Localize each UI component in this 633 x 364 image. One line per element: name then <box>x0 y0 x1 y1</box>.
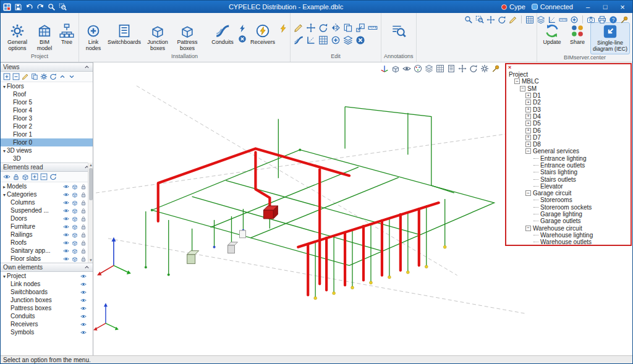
maximize-button[interactable] <box>597 1 614 13</box>
category-row-railings[interactable]: Railings <box>1 231 93 239</box>
eye-icon[interactable] <box>63 200 69 206</box>
eye-icon[interactable] <box>63 256 69 262</box>
lock-icon[interactable] <box>80 192 87 198</box>
eye-icon[interactable] <box>63 224 69 230</box>
close-panel-icon[interactable] <box>508 64 511 70</box>
lock-icon[interactable] <box>80 256 87 262</box>
mirror-icon[interactable] <box>331 23 341 33</box>
tree-leaf-warehouse-outlets[interactable]: Warehouse outlets <box>506 239 631 245</box>
single-line-diagram-button[interactable]: Single-line diagram (IEC) <box>590 22 630 54</box>
junction-boxes-button[interactable]: Junction boxes <box>143 22 172 53</box>
cube-icon[interactable] <box>72 248 78 254</box>
views-panel-header[interactable]: Views <box>1 62 93 72</box>
isometric-view-icon[interactable] <box>391 64 400 73</box>
tree-node-d1[interactable]: D1 <box>506 92 631 99</box>
own-row-receivers[interactable]: Receivers <box>1 320 93 328</box>
bimserver-connection[interactable]: Connected <box>532 3 573 11</box>
collapse-panel-icon[interactable] <box>83 64 90 70</box>
pin-icon[interactable] <box>620 15 629 24</box>
own-row-switchboards[interactable]: Switchboards <box>1 288 93 296</box>
own-elements-header[interactable]: Own elements <box>1 263 93 272</box>
floor-row-1[interactable]: Floor 1 <box>1 130 93 138</box>
expand-icon[interactable] <box>525 99 531 105</box>
expand-icon[interactable] <box>525 93 531 98</box>
snap-icon[interactable] <box>331 35 341 45</box>
zoom-window-tool-icon[interactable] <box>475 15 484 24</box>
orbit-tool-icon[interactable] <box>498 15 506 24</box>
view-options-icon[interactable] <box>40 73 48 80</box>
app-icon[interactable] <box>3 3 11 11</box>
tree-node-d8[interactable]: D8 <box>506 141 631 148</box>
link-nodes-button[interactable]: Link nodes <box>82 22 105 53</box>
collapse-icon[interactable] <box>520 86 525 91</box>
cube-icon[interactable] <box>72 256 78 262</box>
floor-row-0-selected[interactable]: Floor 0 <box>1 138 93 146</box>
add-view-icon[interactable] <box>3 73 11 80</box>
own-row-link-nodes[interactable]: Link nodes <box>1 280 93 288</box>
move-down-icon[interactable] <box>68 73 75 80</box>
tree-leaf-stairs-lighting[interactable]: Stairs lighting <box>506 169 631 176</box>
tree-leaf-garage-lighting[interactable]: Garage lighting <box>506 211 631 218</box>
floor-row-3[interactable]: Floor 3 <box>1 114 93 122</box>
eye-icon[interactable] <box>80 305 87 311</box>
refresh-view-icon[interactable] <box>49 73 57 80</box>
scroll-up-icon[interactable]: ▲ <box>88 163 93 167</box>
collapse-icon[interactable] <box>525 148 531 154</box>
elements-scrollbar[interactable]: ▲ ▼ <box>88 163 93 263</box>
undo-button[interactable] <box>25 3 33 11</box>
palette-icon[interactable] <box>414 64 422 73</box>
floor-row-5[interactable]: Floor 5 <box>1 98 93 106</box>
pan-tool-icon[interactable] <box>486 15 495 24</box>
tree-leaf-storerooms[interactable]: Storerooms <box>506 197 631 203</box>
category-row-floor-slabs[interactable]: Floor slabs <box>1 255 93 263</box>
tree-node-general-services[interactable]: General services <box>506 148 631 154</box>
expand-triangle-icon[interactable] <box>3 147 6 154</box>
orbit-icon[interactable] <box>469 64 478 73</box>
floor-row-4[interactable]: Floor 4 <box>1 106 93 114</box>
zoom-button[interactable] <box>48 3 56 11</box>
collapse-icon[interactable] <box>525 226 531 231</box>
rotate-icon[interactable] <box>318 23 328 33</box>
floor-row-roof[interactable]: Roof <box>1 90 93 98</box>
expand-triangle-icon[interactable] <box>3 273 6 279</box>
expand-triangle-icon[interactable] <box>3 191 6 198</box>
update-button[interactable]: Update <box>540 22 564 47</box>
category-row-furniture[interactable]: Furniture <box>1 222 93 231</box>
print-icon[interactable] <box>598 15 606 24</box>
viewport-3d[interactable]: Project MBLC SM D1 D2 D3 D4 D5 D6 D7 D8 … <box>93 62 632 355</box>
expand-icon[interactable] <box>525 107 531 112</box>
visibility-icon[interactable] <box>402 64 411 73</box>
expand-all-icon[interactable] <box>31 173 38 180</box>
edit-view-icon[interactable] <box>22 73 29 80</box>
settings-icon[interactable] <box>480 64 489 73</box>
layers-icon[interactable] <box>425 64 433 73</box>
own-row-symbols[interactable]: Symbols <box>1 328 93 336</box>
cube-icon[interactable] <box>72 240 78 246</box>
eye-icon[interactable] <box>63 232 69 238</box>
vertical-conduit-icon[interactable] <box>238 24 247 33</box>
close-button[interactable] <box>614 1 631 13</box>
collapse-icon[interactable] <box>514 78 520 84</box>
delete-view-icon[interactable] <box>12 73 20 80</box>
tree-leaf-stairs-outlets[interactable]: Stairs outlets <box>506 176 631 182</box>
category-row-sanitary[interactable]: Sanitary app... <box>1 247 93 255</box>
pattress-boxes-button[interactable]: Pattress boxes <box>173 22 202 53</box>
expand-icon[interactable] <box>525 121 531 126</box>
tree-node-d7[interactable]: D7 <box>506 134 631 141</box>
expand-triangle-icon[interactable] <box>3 183 6 190</box>
lock-icon[interactable] <box>80 200 87 206</box>
delete-icon[interactable] <box>355 35 365 45</box>
view-row-3d[interactable]: 3D <box>1 154 93 163</box>
receiver-flash-icon[interactable] <box>279 24 287 33</box>
categories-row[interactable]: Categories <box>1 190 93 198</box>
lock-icon[interactable] <box>80 248 87 254</box>
eye-icon[interactable] <box>80 313 87 320</box>
lock-icon[interactable] <box>80 232 87 238</box>
tree-node-sm[interactable]: SM <box>506 85 631 92</box>
eye-icon[interactable] <box>63 208 69 214</box>
offset-icon[interactable] <box>294 35 304 45</box>
cype-account[interactable]: Cype <box>501 3 525 11</box>
copy-icon[interactable] <box>343 23 353 33</box>
tree-node-project[interactable]: Project <box>506 71 631 78</box>
collapse-panel-icon[interactable] <box>83 264 90 271</box>
